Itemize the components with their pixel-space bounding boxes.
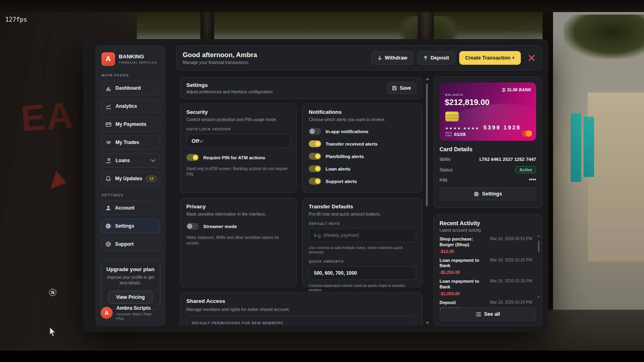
bell-icon [105, 176, 111, 182]
security-card: Security Control session protection and … [180, 103, 297, 193]
plan-billing-alerts-toggle[interactable] [309, 153, 321, 160]
default-note-input[interactable] [309, 228, 416, 242]
require-pin-label: Require PIN for ATM actions [203, 155, 265, 160]
credit-card-icon [105, 121, 111, 128]
user-meta: Account: Main | Plan: Plus [116, 312, 160, 321]
activity-item[interactable]: Shop purchase: Burger (Shop) Mar 16, 202… [440, 237, 536, 254]
create-transaction-button[interactable]: Create Transaction + [459, 51, 521, 65]
sidebar-item-account[interactable]: Account [101, 201, 160, 215]
sidebar-item-label: Support [115, 241, 134, 247]
card-chip-icon [445, 111, 459, 121]
toggle-label: Plan/billing alerts [326, 154, 364, 159]
balance-value: $212,819.00 [445, 98, 489, 107]
support-alerts-toggle[interactable] [309, 178, 321, 185]
arrow-down-icon [378, 56, 382, 60]
letterbox-bar [0, 351, 644, 362]
streamer-mode-toggle[interactable] [186, 223, 199, 230]
transfer-defaults-title: Transfer Defaults [309, 204, 416, 210]
default-permissions-label: DEFAULT PERMISSIONS FOR NEW MEMBERS [192, 321, 411, 325]
activity-scroll-down-arrow[interactable] [537, 296, 540, 298]
activity-item-date: Mar 16, 2026 03:26 PM [490, 279, 532, 290]
sidebar-item-label: My Trades [116, 140, 139, 145]
mastercard-icon [522, 130, 532, 137]
loan-alerts-toggle[interactable] [309, 165, 321, 172]
sign-letters: EA [19, 94, 75, 140]
sidebar-item-dashboard[interactable]: Dashboard [101, 81, 160, 95]
see-all-button[interactable]: See all [440, 308, 536, 321]
bank-card: S SLIM BANK BALANCE $212,819.00 ★★★★ ★★★… [440, 82, 536, 141]
upgrade-subtitle: Improve your profile to get best details… [105, 275, 156, 286]
page-title: Good afternoon, Ambra [183, 51, 257, 59]
inapp-notifications-toggle[interactable] [309, 128, 321, 135]
brand-logo: A [101, 52, 115, 66]
banking-modal: A BANKING FINANCIAL SERVICES MAIN PAGES … [83, 39, 548, 332]
activity-item-date: Mar 16, 2026 06:53 PM [490, 237, 532, 248]
quick-amounts-input[interactable] [309, 266, 416, 280]
quick-amounts-help: Comma-separated values used as quick chi… [309, 283, 416, 292]
view-pricing-button[interactable]: View Pricing [108, 291, 152, 304]
default-note-label: DEFAULT NOTE [309, 222, 416, 226]
activity-scrollbar[interactable] [538, 241, 539, 253]
upgrade-plan-card: Upgrade your plan Improve your profile t… [101, 260, 160, 310]
sidebar-item-my-trades[interactable]: My Trades [101, 135, 160, 150]
activity-item-amount: -$10.00 [440, 249, 532, 254]
sidebar-item-loans[interactable]: $ Loans [101, 153, 160, 168]
activity-item[interactable]: Loan repayment to Bank Mar 16, 2026 03:2… [440, 258, 536, 275]
lifebuoy-icon [105, 241, 111, 247]
save-button[interactable]: Save [387, 82, 416, 94]
close-icon[interactable] [528, 54, 535, 62]
card-details-title: Card Details [440, 146, 536, 152]
page-subtitle: Manage your financial transactions. [183, 60, 257, 65]
activity-item-date: Mar 16, 2026 03:26 PM [490, 258, 532, 269]
bar-chart-icon [105, 85, 111, 91]
balance-label: BALANCE [445, 93, 464, 97]
quick-amounts-label: QUICK AMOUNTS [309, 259, 416, 263]
status-badge: Active [515, 166, 536, 173]
avatar: A [101, 307, 113, 319]
mouse-cursor [49, 327, 56, 336]
settings-section-label: SETTINGS [101, 193, 159, 197]
scroll-up-arrow[interactable] [426, 78, 429, 80]
notifications-title: Notifications [309, 109, 416, 115]
sidebar-item-support[interactable]: Support [101, 237, 160, 251]
settings-page-header: Settings Adjust preferences and interfac… [180, 77, 423, 99]
slim-bank-logo: S SLIM BANK [502, 87, 531, 93]
deposit-button[interactable]: Deposit [417, 51, 455, 65]
slim-bank-name: SLIM BANK [507, 88, 531, 92]
main-scrollbar[interactable] [426, 83, 428, 206]
sidebar-item-analytics[interactable]: Analytics [101, 99, 160, 113]
sidebar-item-label: Dashboard [116, 85, 141, 91]
withdraw-button[interactable]: Withdraw [372, 51, 413, 65]
sidebar-item-label: My Updates [115, 176, 142, 181]
settings-content: Settings Adjust preferences and interfac… [176, 76, 426, 326]
sidebar: A BANKING FINANCIAL SERVICES MAIN PAGES … [95, 45, 165, 326]
security-subtitle: Control session protection and PIN usage… [186, 117, 290, 122]
sidebar-item-my-updates[interactable]: My Updates 13 [101, 171, 160, 186]
brand: A BANKING FINANCIAL SERVICES [101, 52, 159, 66]
shared-access-subtitle: Manage members and rights for active sha… [186, 307, 416, 312]
activity-scroll-up-arrow[interactable] [537, 235, 540, 237]
activity-item[interactable]: Loan repayment to Bank Mar 16, 2026 03:2… [440, 279, 536, 296]
transfer-alerts-toggle[interactable] [309, 140, 321, 147]
gear-icon [474, 191, 479, 197]
sidebar-item-my-payments[interactable]: My Payments [101, 117, 160, 132]
sidebar-item-settings[interactable]: Settings [101, 219, 160, 233]
teal-banner [584, 117, 594, 177]
scroll-down-arrow[interactable] [426, 322, 429, 324]
status-label: Status [440, 167, 453, 172]
card-settings-button[interactable]: Settings [440, 187, 536, 200]
loan-icon: $ [105, 158, 111, 164]
recent-activity-subtitle: Latest account activity [440, 228, 536, 232]
require-pin-toggle[interactable] [186, 154, 199, 161]
sidebar-item-label: My Payments [116, 121, 147, 127]
user-row: A Ambra Scripts Account: Main | Plan: Pl… [101, 305, 160, 321]
settings-subtitle: Adjust preferences and interface configu… [186, 89, 274, 94]
toggle-label: Support alerts [326, 179, 357, 184]
autolock-select[interactable]: Off [186, 134, 290, 148]
activity-item-date: Mar 16, 2026 03:24 PM [490, 300, 532, 306]
privacy-title: Privacy [186, 204, 290, 210]
fps-counter: 127fps [5, 16, 27, 23]
card-settings-label: Settings [482, 191, 502, 197]
updates-count-badge: 13 [146, 176, 157, 182]
iban-value: LT62 6461 2527 1252 7447 [479, 157, 536, 162]
